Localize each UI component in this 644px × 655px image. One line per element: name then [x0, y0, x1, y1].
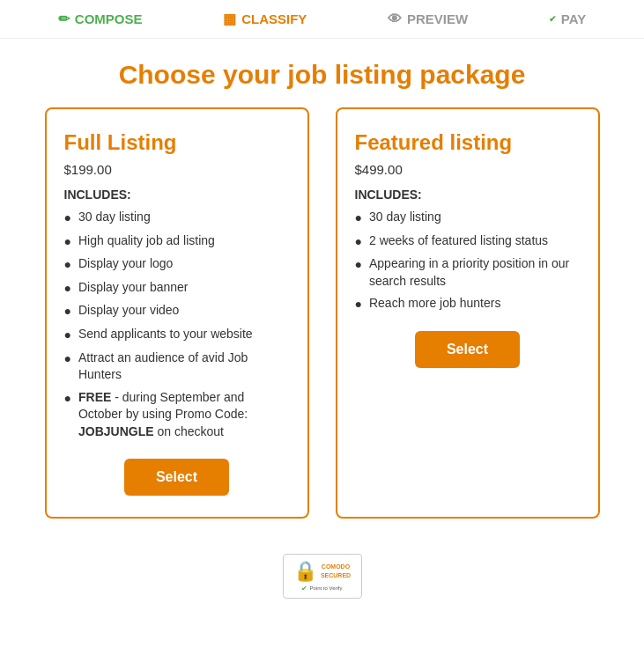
nav-classify-label: CLASSIFY [241, 11, 307, 26]
featured-listing-select-button[interactable]: Select [415, 331, 520, 368]
comodo-badge: 🔒 COMODO SECURED ✔ Point to Verify [283, 554, 362, 599]
packages-container: Full Listing $199.00 INCLUDES: 30 day li… [0, 107, 644, 536]
comodo-text-line2: SECURED [321, 571, 351, 579]
featured-listing-card: Featured listing $499.00 INCLUDES: 30 da… [336, 107, 600, 519]
list-item: 30 day listing [64, 209, 290, 227]
checkmark-icon: ✔ [549, 14, 556, 24]
check-icon: ✔ [301, 585, 307, 592]
featured-listing-price: $499.00 [355, 162, 581, 177]
lock-icon: 🔒 [293, 560, 317, 583]
list-item: High quality job ad listing [64, 232, 290, 251]
list-item: Appearing in a priority position in our … [355, 255, 581, 290]
featured-listing-title: Featured listing [355, 130, 581, 155]
nav-compose-label: COMPOSE [75, 11, 143, 26]
nav-pay[interactable]: ✔ PAY [549, 11, 586, 26]
footer: 🔒 COMODO SECURED ✔ Point to Verify [0, 536, 644, 607]
nav-compose[interactable]: ✏ COMPOSE [58, 11, 143, 27]
featured-listing-features: 30 day listing 2 weeks of featured listi… [355, 209, 581, 313]
list-item: 2 weeks of featured listing status [355, 232, 581, 251]
list-item: Display your banner [64, 279, 290, 298]
full-listing-includes: INCLUDES: [64, 188, 290, 202]
top-nav: ✏ COMPOSE ▦ CLASSIFY 👁 PREVIEW ✔ PAY [0, 0, 644, 39]
list-item: Display your video [64, 302, 290, 320]
grid-icon: ▦ [223, 11, 236, 27]
list-item: Display your logo [64, 255, 290, 274]
list-item-promo: FREE - during September and October by u… [64, 389, 290, 441]
comodo-text-line1: COMODO [321, 563, 351, 570]
pencil-icon: ✏ [58, 11, 70, 27]
nav-preview[interactable]: 👁 PREVIEW [388, 11, 468, 27]
nav-classify[interactable]: ▦ CLASSIFY [223, 11, 307, 27]
list-item: 30 day listing [355, 209, 581, 227]
list-item: Send applicants to your website [64, 326, 290, 344]
full-listing-features: 30 day listing High quality job ad listi… [64, 209, 290, 441]
full-listing-price: $199.00 [64, 162, 290, 177]
eye-icon: 👁 [388, 11, 402, 27]
comodo-verify-text: Point to Verify [309, 585, 342, 591]
featured-listing-includes: INCLUDES: [355, 188, 581, 202]
nav-pay-label: PAY [561, 11, 586, 26]
list-item: Attract an audience of avid Job Hunters [64, 350, 290, 384]
full-listing-card: Full Listing $199.00 INCLUDES: 30 day li… [45, 107, 309, 519]
page-title: Choose your job listing package [18, 60, 626, 90]
full-listing-title: Full Listing [64, 130, 290, 155]
list-item: Reach more job hunters [355, 295, 581, 313]
full-listing-select-button[interactable]: Select [124, 459, 229, 496]
nav-preview-label: PREVIEW [407, 11, 468, 26]
